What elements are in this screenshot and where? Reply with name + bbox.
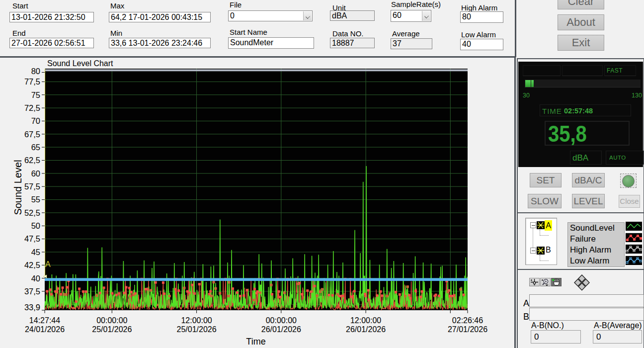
svg-text:00:00:00: 00:00:00 [266, 316, 297, 325]
svg-text:40: 40 [31, 274, 40, 283]
svg-text:Sound Level: Sound Level [12, 160, 23, 215]
svg-text:26/01/2026: 26/01/2026 [261, 325, 301, 334]
svg-text:65: 65 [31, 143, 40, 152]
svg-text:A: A [45, 260, 51, 268]
svg-text:70: 70 [31, 116, 40, 125]
svg-text:67,5: 67,5 [24, 130, 40, 139]
svg-text:12:00:00: 12:00:00 [350, 316, 381, 325]
svg-text:24/01/2026: 24/01/2026 [25, 325, 65, 334]
svg-text:00:00:00: 00:00:00 [96, 316, 127, 325]
svg-text:25/01/2026: 25/01/2026 [92, 325, 132, 334]
svg-text:77,5: 77,5 [24, 77, 40, 86]
svg-text:42,5: 42,5 [24, 261, 40, 269]
svg-text:47,5: 47,5 [24, 234, 40, 243]
svg-text:60: 60 [31, 169, 40, 178]
svg-text:75: 75 [31, 90, 40, 99]
svg-text:80: 80 [31, 67, 40, 76]
svg-text:62,5: 62,5 [24, 156, 40, 165]
svg-text:57,5: 57,5 [24, 182, 40, 191]
svg-text:45: 45 [31, 248, 40, 257]
svg-text:50: 50 [31, 221, 40, 230]
svg-text:52,5: 52,5 [24, 208, 40, 217]
svg-text:27/01/2026: 27/01/2026 [448, 325, 487, 334]
svg-text:Time: Time [246, 337, 265, 347]
svg-text:33,9: 33,9 [24, 303, 40, 312]
svg-text:55: 55 [31, 195, 40, 204]
svg-text:37,5: 37,5 [24, 287, 40, 296]
svg-text:12:00:00: 12:00:00 [181, 316, 212, 325]
svg-text:14:27:44: 14:27:44 [29, 316, 60, 325]
svg-text:25/01/2026: 25/01/2026 [177, 325, 217, 334]
svg-text:26/01/2026: 26/01/2026 [346, 325, 386, 334]
svg-text:72,5: 72,5 [24, 103, 40, 112]
svg-text:02:26:46: 02:26:46 [452, 316, 483, 325]
svg-text:Sound Level Chart: Sound Level Chart [47, 59, 113, 68]
